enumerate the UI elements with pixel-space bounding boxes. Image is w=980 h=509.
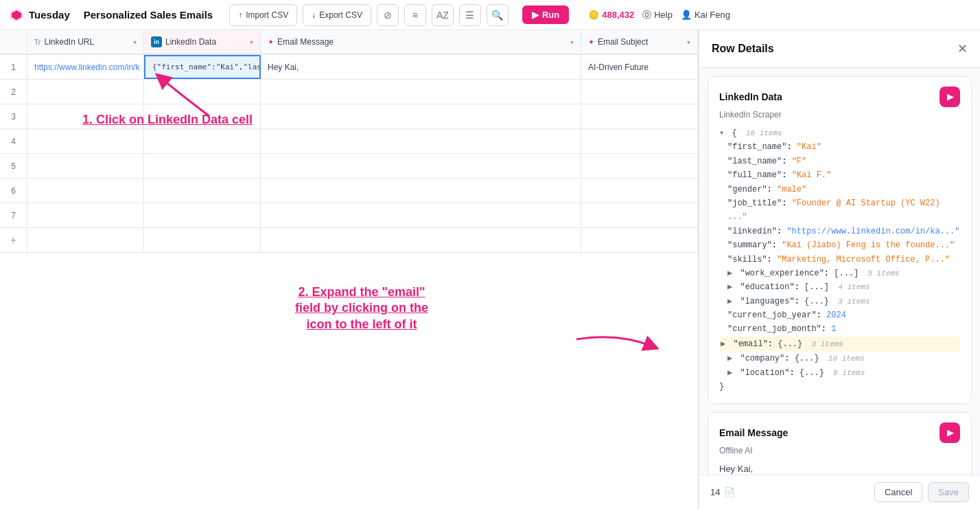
section1-play-button[interactable]: ▶ [940,87,960,107]
cell-linkedin-url[interactable] [27,80,144,104]
expand-work-icon[interactable]: ▶ [727,269,732,278]
page-title: Personalized Sales Emails [84,9,213,21]
expand-languages-icon[interactable]: ▶ [727,297,732,306]
row-number: 6 [0,179,27,203]
add-row-button[interactable]: + [0,228,27,252]
cell-linkedin-data[interactable] [144,80,261,104]
notes-button[interactable]: ☰ [459,4,481,26]
cell-linkedin-data[interactable] [144,104,261,128]
logo-icon [8,7,25,23]
cancel-button[interactable]: Cancel [874,482,922,502]
cell-email-message[interactable] [261,154,581,178]
hide-columns-button[interactable]: ⊘ [377,4,399,26]
app-header: Tuesday Personalized Sales Emails ↑ Impo… [0,0,980,30]
col-header-linkedin-data[interactable]: in LinkedIn Data ▾ [144,30,261,54]
json-line-last_name: "last_name": "F" [719,155,960,168]
json-line-current_job_year: "current_job_year": 2024 [719,308,960,322]
expand-company-icon[interactable]: ▶ [727,354,732,363]
run-button[interactable]: ▶ Run [522,5,569,24]
export-csv-button[interactable]: ↓ Export CSV [303,4,371,26]
export-icon: ↓ [312,10,316,20]
cell-empty [144,228,261,252]
linkedin-icon: in [151,36,162,47]
json-line-email: ▶ "email": {...} 3 items [719,337,960,352]
row-num-header [0,30,27,54]
panel-footer: 14 📄 Cancel Save [699,475,980,509]
col-header-email-subject[interactable]: ✦ Email Subject ▾ [581,30,698,54]
chevron-down-icon: ▾ [570,38,574,46]
cell-linkedin-url[interactable] [27,129,144,153]
cell-email-message[interactable] [261,203,581,227]
help-button[interactable]: ⓪ Help [642,9,673,21]
expand-education-icon[interactable]: ▶ [727,282,732,292]
cell-linkedin-data[interactable] [144,179,261,203]
row-number: 7 [0,203,27,227]
json-line-gender: "gender": "male" [719,183,960,196]
section2-play-button[interactable]: ▶ [940,422,960,443]
cell-email-subject[interactable] [581,179,698,203]
cell-email-message[interactable]: Hey Kai, [261,55,581,79]
add-row[interactable]: + [0,228,698,253]
col-label-email-subject: Email Subject [598,37,648,47]
cell-linkedin-data[interactable]: {"first_name":"Kai","last_name [144,55,261,79]
row-number: 1 [0,55,27,79]
cell-linkedin-data[interactable] [144,154,261,178]
cell-linkedin-url[interactable] [27,154,144,178]
table-row: 1 https://www.linkedin.com/in/k {"first_… [0,55,698,80]
count-value: 14 [710,487,720,497]
chevron-down-icon: ▾ [133,38,137,46]
cell-email-message[interactable] [261,104,581,128]
close-button[interactable]: ✕ [957,41,968,56]
cell-email-subject[interactable] [581,129,698,153]
cell-linkedin-url[interactable] [27,203,144,227]
expand-location-icon[interactable]: ▶ [727,368,732,378]
cell-email-subject[interactable] [581,203,698,227]
help-circle-icon: ⓪ [642,9,651,21]
search-button[interactable]: 🔍 [487,4,509,26]
cell-email-subject[interactable] [581,154,698,178]
coins-icon: 🪙 [588,10,599,20]
chevron-down-icon: ▾ [250,38,253,46]
cell-email-message[interactable] [261,179,581,203]
cell-linkedin-data[interactable] [144,129,261,153]
cell-email-subject[interactable]: AI-Driven Future [581,55,698,79]
import-csv-button[interactable]: ↑ Import CSV [229,4,297,26]
email-line1: Hey Kai, [719,462,960,476]
footer-count: 14 📄 [710,487,735,497]
hide-icon: ⊘ [384,10,392,21]
linkedin-data-section: LinkedIn Data ▶ LinkedIn Scraper ▾ { 16 … [708,76,972,404]
notes-icon: ☰ [465,10,474,21]
json-line-first_name: "first_name": "Kai" [719,140,960,154]
json-line-work_experience: ▶ "work_experience": [...] 5 items [719,267,960,280]
credits-display: 🪙 488,432 [588,10,634,20]
cell-email-message[interactable] [261,80,581,104]
section2-header: Email Message ▶ [719,422,960,443]
header-right: 🪙 488,432 ⓪ Help 👤 Kai Feng [588,9,730,21]
cell-linkedin-data[interactable] [144,203,261,227]
save-button[interactable]: Save [928,482,969,502]
json-root-open: ▾ { 16 items [719,126,960,140]
import-label: Import CSV [246,10,288,20]
col-label-linkedin-data: LinkedIn Data [165,37,216,47]
cell-linkedin-url[interactable] [27,104,144,128]
row-number: 4 [0,129,27,153]
expand-icon[interactable]: ▾ [719,128,724,138]
cell-linkedin-url[interactable] [27,179,144,203]
cell-empty [27,228,144,252]
cell-email-subject[interactable] [581,80,698,104]
cell-email-message[interactable] [261,129,581,153]
col-header-linkedin-url[interactable]: Tr LinkedIn URL ▾ [27,30,144,54]
user-menu-button[interactable]: 👤 Kai Feng [681,10,730,20]
panel-header: Row Details ✕ [699,30,980,68]
table-row: 4 [0,129,698,154]
table-row: 2 [0,80,698,104]
annotation-step2: 2. Expand the "email" field by clicking … [295,284,428,332]
sort-button[interactable]: AZ [432,4,454,26]
panel-title: Row Details [712,43,774,55]
filter-button[interactable]: ≡ [404,4,426,26]
cell-email-subject[interactable] [581,104,698,128]
cell-linkedin-url[interactable]: https://www.linkedin.com/in/k [27,55,144,79]
expand-email-icon[interactable]: ▶ [721,339,725,349]
import-icon: ↑ [238,10,242,20]
col-header-email-message[interactable]: ✦ Email Message ▾ [261,30,581,54]
